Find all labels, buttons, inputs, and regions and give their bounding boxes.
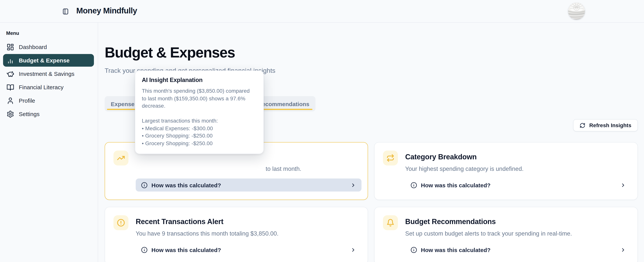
- trending-up-icon: [114, 151, 128, 166]
- refresh-icon: [580, 122, 586, 128]
- tooltip-title: AI Insight Explanation: [142, 77, 257, 83]
- sidebar-item-label: Financial Literacy: [19, 84, 64, 90]
- panel-left-icon: [62, 8, 69, 15]
- chevron-right-icon: [350, 182, 356, 188]
- dashboard-grid-icon: [6, 43, 14, 51]
- refresh-insights-label: Refresh Insights: [590, 122, 631, 128]
- how-calculated-label: How was this calculated?: [421, 247, 490, 253]
- info-icon: [141, 182, 148, 188]
- card-description: Set up custom budget alerts to track you…: [405, 230, 631, 237]
- sidebar-section-label: Menu: [0, 30, 98, 36]
- card-title: Recent Transactions Alert: [136, 217, 362, 226]
- sidebar-item-label: Profile: [19, 97, 35, 104]
- ai-insight-tooltip: AI Insight Explanation This month's spen…: [135, 70, 264, 154]
- avatar-image: [568, 3, 585, 19]
- sidebar: Menu Dashboard Budget & Expense: [0, 22, 98, 262]
- card-description: Your highest spending category is undefi…: [405, 165, 631, 172]
- chevron-right-icon: [620, 182, 626, 188]
- sidebar-item-financial-literacy[interactable]: Financial Literacy: [0, 81, 98, 93]
- info-icon: [410, 247, 417, 253]
- sidebar-nav: Dashboard Budget & Expense Investment & …: [0, 41, 98, 120]
- open-book-icon: [6, 83, 14, 91]
- how-calculated-label: How was this calculated?: [152, 247, 221, 253]
- chevron-right-icon: [620, 247, 626, 253]
- chevron-right-icon: [350, 247, 356, 253]
- sidebar-item-investment-savings[interactable]: Investment & Savings: [0, 67, 98, 80]
- sidebar-item-dashboard[interactable]: Dashboard: [0, 41, 98, 53]
- card-description: You have 9 transactions this month total…: [136, 230, 362, 237]
- sidebar-toggle-button[interactable]: [62, 8, 69, 15]
- card-title: Budget Recommendations: [405, 217, 631, 226]
- gear-icon: [6, 110, 14, 118]
- app-root: Money Mindfully Menu: [0, 0, 644, 262]
- sidebar-item-label: Settings: [19, 111, 40, 117]
- repeat-icon: [383, 151, 398, 166]
- user-icon: [6, 97, 14, 104]
- hidden-title-spacer: [136, 152, 362, 172]
- page-title: Budget & Expenses: [105, 44, 638, 61]
- how-calculated-label: How was this calculated?: [421, 182, 490, 188]
- user-avatar[interactable]: [568, 3, 585, 19]
- how-calculated-button-spending[interactable]: How was this calculated?: [136, 179, 362, 192]
- sidebar-item-settings[interactable]: Settings: [0, 108, 98, 120]
- how-calculated-label: How was this calculated?: [152, 182, 221, 188]
- how-calculated-button-transactions[interactable]: How was this calculated?: [136, 243, 362, 256]
- info-icon: [141, 247, 148, 253]
- app-shell: Menu Dashboard Budget & Expense: [0, 22, 644, 262]
- card-title: Category Breakdown: [405, 152, 631, 161]
- sidebar-item-label: Budget & Expense: [19, 57, 70, 64]
- refresh-insights-button[interactable]: Refresh Insights: [573, 119, 638, 131]
- tooltip-body: This month's spending ($3,850.00) compar…: [142, 87, 257, 147]
- card-recent-transactions-alert: Recent Transactions Alert You have 9 tra…: [105, 207, 368, 262]
- card-budget-recommendations: Budget Recommendations Set up custom bud…: [374, 207, 638, 262]
- sidebar-item-label: Investment & Savings: [19, 70, 74, 77]
- info-icon: [410, 182, 417, 188]
- app-header: Money Mindfully: [0, 0, 644, 22]
- card-category-breakdown: Category Breakdown Your highest spending…: [374, 142, 638, 200]
- app-title: Money Mindfully: [76, 6, 137, 15]
- sidebar-item-profile[interactable]: Profile: [0, 94, 98, 107]
- how-calculated-button-category[interactable]: How was this calculated?: [405, 179, 631, 192]
- sidebar-item-label: Dashboard: [19, 44, 47, 50]
- how-calculated-button-budget[interactable]: How was this calculated?: [405, 243, 631, 256]
- piggy-bank-icon: [6, 70, 14, 78]
- bell-icon: [383, 215, 398, 230]
- bar-chart-icon: [6, 56, 14, 64]
- sidebar-item-budget-expense[interactable]: Budget & Expense: [3, 54, 94, 67]
- insight-cards-grid: to last month. How was this calculated?: [105, 142, 638, 262]
- alert-circle-icon: [114, 215, 128, 230]
